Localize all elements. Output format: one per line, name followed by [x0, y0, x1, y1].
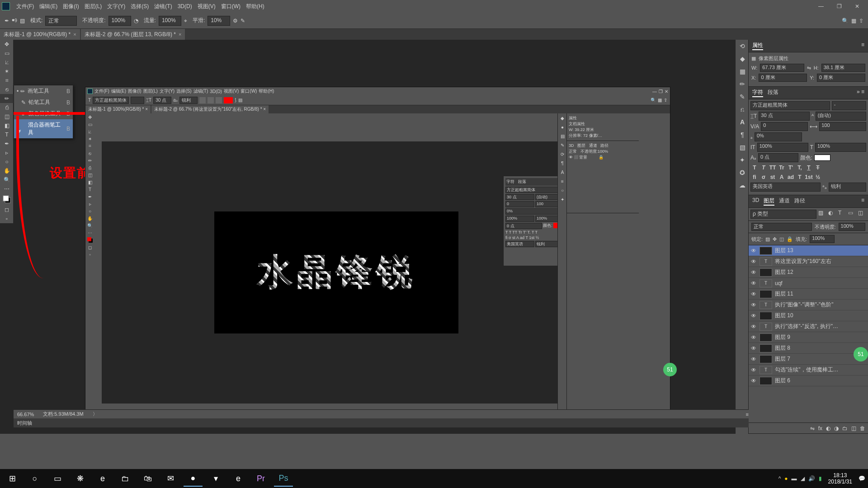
shape-tool[interactable]: ○: [0, 157, 14, 166]
char-tab[interactable]: 字符: [752, 89, 763, 97]
search-icon[interactable]: 🔍: [651, 98, 656, 103]
inner-character-panel[interactable]: 字符 段落 方正超粗黑简体 30 点(自动) 0100 0% 100%100% …: [503, 176, 566, 266]
visibility-icon[interactable]: 👁: [750, 280, 757, 286]
inner-style-select[interactable]: [131, 97, 144, 104]
link-icon[interactable]: ⇋: [807, 65, 811, 71]
visibility-icon[interactable]: 👁: [750, 367, 757, 373]
mask-icon[interactable]: ◐: [826, 425, 830, 432]
new-layer-icon[interactable]: ◫: [851, 425, 856, 432]
tracking-input[interactable]: 100: [819, 122, 866, 131]
more-tools[interactable]: ⋯: [0, 184, 14, 193]
menu-view[interactable]: 视图(V): [195, 1, 218, 12]
screen-mode[interactable]: ▫: [0, 214, 14, 223]
paragraph-icon[interactable]: ¶: [736, 128, 749, 141]
lock-fill-icon[interactable]: ◫: [779, 236, 784, 242]
pressure-opacity-icon[interactable]: ◔: [134, 18, 138, 24]
swatches-icon[interactable]: ▦: [736, 65, 749, 78]
paths-tab[interactable]: 路径: [794, 197, 805, 206]
menu-image[interactable]: 图像(I): [60, 1, 81, 12]
photoshop-icon[interactable]: Ps: [274, 470, 293, 487]
visibility-icon[interactable]: 👁: [750, 258, 757, 265]
eyedropper-tool[interactable]: ⎋: [0, 85, 14, 94]
layer-row[interactable]: 👁图层 11: [749, 289, 868, 300]
layer-row[interactable]: 👁Tuqf: [749, 278, 868, 289]
zoom-value[interactable]: 66.67%: [17, 412, 34, 417]
close-tab-icon[interactable]: ×: [179, 32, 181, 37]
inner-tab-1[interactable]: 未标题-1 @ 100%(RGB/8) * ×: [85, 105, 151, 113]
fx-icon[interactable]: fx: [818, 425, 822, 432]
symmetry-icon[interactable]: ✎: [241, 18, 245, 24]
lock-all-icon[interactable]: 🔒: [787, 236, 793, 242]
layer-opacity-input[interactable]: 100%: [839, 223, 865, 231]
doc-size[interactable]: 文档:5.93M/84.3M: [43, 411, 83, 418]
path-select-tool[interactable]: ▹: [0, 148, 14, 157]
store-icon[interactable]: 🛍: [138, 470, 157, 487]
layer-row[interactable]: 👁图层 7: [749, 354, 868, 365]
inner-canvas[interactable]: 水晶锋锐: [102, 141, 571, 404]
thunder-icon[interactable]: ▾: [206, 470, 225, 487]
share-icon[interactable]: ⇪: [859, 18, 863, 24]
visibility-icon[interactable]: 👁: [750, 269, 757, 276]
menu-filter[interactable]: 滤镜(T): [151, 1, 175, 12]
filter-type-icon[interactable]: T: [838, 210, 846, 218]
width-field[interactable]: 67.73 厘米: [760, 64, 804, 72]
properties-panel[interactable]: ▦ 像素图层属性 W:67.73 厘米⇋H:38.1 厘米 X:0 厘米Y:0 …: [749, 52, 868, 87]
visibility-icon[interactable]: 👁: [750, 334, 757, 341]
para-tab[interactable]: 段落: [768, 89, 778, 97]
tray-volume-icon[interactable]: 🔊: [808, 475, 815, 482]
align-left-icon[interactable]: [199, 97, 206, 103]
inner-font-select[interactable]: 方正超粗黑简体: [93, 97, 129, 104]
layer-fill-input[interactable]: 100%: [810, 235, 835, 243]
layer-row[interactable]: 👁T执行"选择"-"反选", 执行"…: [749, 321, 868, 332]
opentype-buttons[interactable]: fiσstAadT1st½: [750, 173, 866, 181]
layer-row[interactable]: 👁图层 9: [749, 332, 868, 343]
layer-row[interactable]: 👁T执行"图像"-"调整"-"色阶": [749, 300, 868, 310]
brush-tool[interactable]: ✏: [0, 94, 14, 103]
library-icon[interactable]: ☁: [736, 179, 749, 192]
color-chips[interactable]: [0, 193, 14, 205]
close-tab-icon[interactable]: ×: [73, 32, 76, 37]
baseline-shift-input[interactable]: 0 点: [758, 153, 798, 162]
styles-icon[interactable]: ▧: [736, 141, 749, 154]
layer-filter-select[interactable]: ρ 类型: [750, 210, 816, 219]
quick-mask[interactable]: ◻: [0, 205, 14, 214]
timeline-tab[interactable]: 时间轴: [14, 418, 749, 427]
font-family-select[interactable]: 方正超粗黑简体: [750, 101, 830, 110]
eraser-tool[interactable]: ◫: [0, 112, 14, 121]
lasso-tool[interactable]: ⟀: [0, 58, 14, 67]
layer-row[interactable]: 👁T勾选"连续"，使用魔棒工…: [749, 365, 868, 375]
color-icon[interactable]: ◆: [736, 52, 749, 65]
layers-panel[interactable]: ρ 类型 ▨ ◐ T ▭ ◫ 正常 不透明度:100% 锁定:▨✥◫🔒 填充:1…: [749, 208, 868, 434]
gradient-tool[interactable]: ◧: [0, 121, 14, 130]
tray-safe-icon[interactable]: ●: [784, 475, 788, 482]
tray-ime-icon[interactable]: ▮: [819, 475, 822, 482]
minimize-button[interactable]: —: [812, 1, 830, 11]
document-tab-2[interactable]: 未标题-2 @ 66.7% (图层 13, RGB/8) *×: [81, 29, 185, 40]
menu-3d[interactable]: 3D(D): [175, 1, 195, 11]
layer-row[interactable]: 👁图层 12: [749, 267, 868, 278]
filter-shape-icon[interactable]: ▭: [848, 210, 856, 218]
character-icon[interactable]: A: [736, 116, 749, 128]
menu-edit[interactable]: 编辑(E): [37, 1, 60, 12]
height-field[interactable]: 38.1 厘米: [821, 64, 865, 72]
channels-tab[interactable]: 通道: [779, 197, 790, 206]
adjustments-icon[interactable]: ✪: [736, 166, 749, 179]
brushes-icon[interactable]: ✎: [736, 90, 749, 103]
visibility-icon[interactable]: 👁: [750, 324, 757, 330]
properties-tab[interactable]: 属性: [752, 42, 763, 50]
menu-window[interactable]: 窗口(W): [218, 1, 243, 12]
tray-network-icon[interactable]: ◢: [801, 475, 805, 482]
align-right-icon[interactable]: [216, 97, 222, 103]
filter-smart-icon[interactable]: ◫: [858, 210, 866, 218]
taskview-icon[interactable]: ▭: [48, 470, 67, 487]
x-field[interactable]: 0 厘米: [759, 74, 807, 82]
menu-type[interactable]: 文字(Y): [104, 1, 128, 12]
flow-input[interactable]: 100%: [159, 16, 181, 26]
inner-size-select[interactable]: 30 点: [153, 97, 171, 104]
mail-icon[interactable]: ✉: [161, 470, 180, 487]
menu-file[interactable]: 文件(F): [14, 1, 37, 12]
glyphs-icon[interactable]: ✦: [736, 154, 749, 166]
flyout-brush[interactable]: • ✏ 画笔工具B: [14, 85, 73, 97]
crop-tool[interactable]: ⌗: [0, 76, 14, 85]
text-color-swatch[interactable]: [224, 97, 233, 103]
